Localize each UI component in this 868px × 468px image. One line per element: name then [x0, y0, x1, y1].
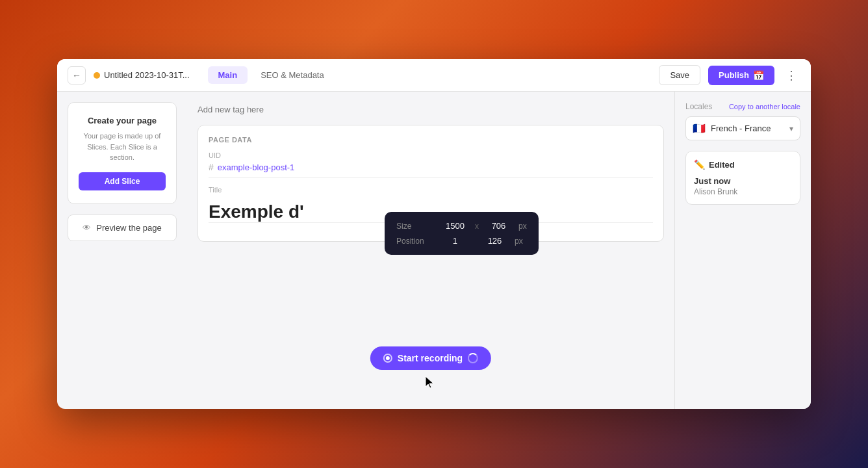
- main-content: Create your page Your page is made up of…: [57, 92, 811, 409]
- locale-flag: 🇫🇷: [693, 122, 706, 135]
- add-slice-button[interactable]: Add Slice: [79, 172, 166, 190]
- publish-label: Publish: [719, 70, 749, 80]
- tooltip-pos-y: 126: [480, 236, 509, 246]
- create-page-title: Create your page: [79, 116, 166, 125]
- back-icon: ←: [72, 70, 81, 81]
- recording-dot-icon: [383, 354, 392, 363]
- center-content: Page data UID # example-blog-post-1 Titl…: [187, 92, 674, 409]
- edited-section: ✏️ Edited Just now Alison Brunk: [685, 151, 800, 205]
- locale-name: French - France: [711, 124, 784, 133]
- header: ← Untitled 2023-10-31T... Main SEO & Met…: [57, 59, 811, 92]
- locales-label: Locales: [685, 102, 712, 111]
- tooltip-position-label: Position: [396, 237, 435, 246]
- title-label: Title: [209, 186, 653, 194]
- preview-label: Preview the page: [96, 223, 161, 233]
- calendar-icon: 📅: [753, 70, 764, 81]
- tab-bar: Main SEO & Metadata: [208, 66, 335, 84]
- back-button[interactable]: ←: [68, 66, 86, 84]
- recording-spinner-icon: [468, 353, 478, 363]
- doc-title-area: Untitled 2023-10-31T...: [94, 70, 190, 80]
- edited-time: Just now: [694, 176, 792, 186]
- app-window: ← Untitled 2023-10-31T... Main SEO & Met…: [57, 59, 811, 409]
- tag-input[interactable]: [198, 102, 664, 117]
- start-recording-button[interactable]: Start recording: [370, 346, 491, 370]
- tooltip-height: 706: [484, 221, 513, 231]
- mouse-cursor: [424, 375, 437, 393]
- size-tooltip: Size 1500 x 706 px Position 1 126 px: [385, 212, 539, 255]
- edited-label: Edited: [709, 160, 735, 170]
- doc-status-dot: [94, 72, 100, 79]
- title-value: Exemple d': [209, 202, 304, 222]
- recording-label: Start recording: [398, 353, 463, 363]
- locales-header: Locales Copy to another locale: [685, 102, 800, 111]
- locale-selector[interactable]: 🇫🇷 French - France ▾: [685, 116, 800, 140]
- publish-button[interactable]: Publish 📅: [708, 66, 774, 85]
- save-button[interactable]: Save: [659, 65, 700, 85]
- pencil-icon: ✏️: [694, 159, 705, 170]
- uid-label: UID: [209, 151, 653, 159]
- right-sidebar: Locales Copy to another locale 🇫🇷 French…: [674, 92, 811, 409]
- tooltip-x: x: [475, 222, 479, 231]
- tooltip-size-label: Size: [396, 222, 435, 231]
- page-data-label: Page data: [209, 136, 653, 144]
- doc-title-text: Untitled 2023-10-31T...: [104, 70, 190, 80]
- edited-user: Alison Brunk: [694, 187, 792, 196]
- uid-field[interactable]: # example-blog-post-1: [209, 162, 653, 178]
- uid-field-group: UID # example-blog-post-1: [209, 151, 653, 178]
- tooltip-px2: px: [515, 237, 523, 246]
- more-options-button[interactable]: ⋮: [782, 66, 800, 84]
- tooltip-position-row: Position 1 126 px: [396, 236, 527, 246]
- tooltip-width: 1500: [440, 221, 470, 231]
- chevron-down-icon: ▾: [789, 124, 793, 133]
- copy-locale-link[interactable]: Copy to another locale: [729, 103, 800, 110]
- eye-icon: 👁: [83, 223, 91, 233]
- create-page-desc: Your page is made up of Slices. Each Sli…: [79, 131, 166, 163]
- uid-value: example-blog-post-1: [218, 162, 295, 172]
- tab-seo[interactable]: SEO & Metadata: [250, 66, 335, 84]
- tooltip-pos-x: 1: [440, 236, 470, 246]
- tooltip-px: px: [518, 222, 527, 231]
- uid-hash-icon: #: [209, 162, 214, 172]
- create-page-card: Create your page Your page is made up of…: [68, 102, 177, 204]
- recording-dot-inner: [386, 356, 390, 360]
- edited-header: ✏️ Edited: [694, 159, 792, 170]
- tooltip-size-row: Size 1500 x 706 px: [396, 221, 527, 231]
- tab-main[interactable]: Main: [208, 66, 248, 84]
- left-sidebar: Create your page Your page is made up of…: [57, 92, 187, 409]
- preview-button[interactable]: 👁 Preview the page: [68, 214, 177, 241]
